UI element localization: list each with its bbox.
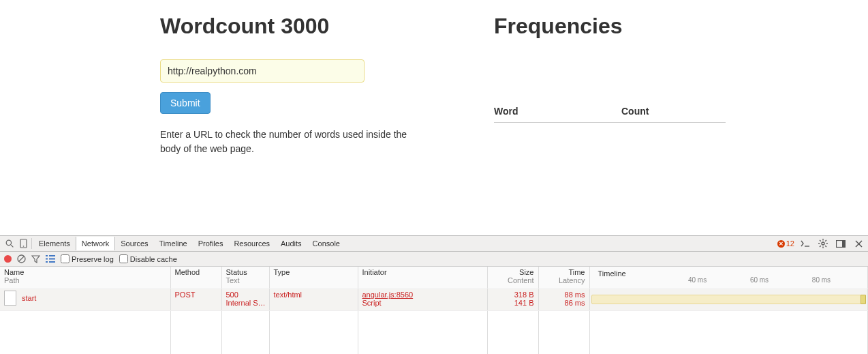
clear-icon[interactable] bbox=[17, 254, 26, 263]
list-view-icon[interactable] bbox=[46, 255, 55, 263]
tab-timeline[interactable]: Timeline bbox=[154, 237, 193, 250]
svg-rect-24 bbox=[46, 261, 48, 263]
col-size[interactable]: SizeContent bbox=[487, 267, 538, 289]
col-count: Count bbox=[621, 100, 726, 123]
svg-line-11 bbox=[825, 246, 826, 247]
error-icon: ✕ bbox=[777, 240, 785, 248]
svg-rect-15 bbox=[842, 240, 846, 247]
help-text: Enter a URL to check the number of words… bbox=[160, 128, 419, 156]
cell-initiator[interactable]: angular.js:8560Script bbox=[358, 289, 487, 311]
preserve-log-checkbox[interactable]: Preserve log bbox=[61, 254, 114, 263]
tab-profiles[interactable]: Profiles bbox=[193, 237, 229, 250]
table-row[interactable]: start POST 500Internal S… text/html angu… bbox=[0, 289, 868, 311]
preserve-log-input[interactable] bbox=[61, 254, 69, 263]
col-type[interactable]: Type bbox=[269, 267, 358, 289]
tab-audits[interactable]: Audits bbox=[275, 237, 307, 250]
disable-cache-input[interactable] bbox=[119, 254, 128, 263]
error-count-value: 12 bbox=[786, 239, 794, 248]
search-icon[interactable] bbox=[3, 239, 16, 248]
col-method[interactable]: Method bbox=[170, 267, 221, 289]
disable-cache-label: Disable cache bbox=[130, 255, 177, 263]
devtools-panel: Elements Network Sources Timeline Profil… bbox=[0, 235, 868, 354]
frequencies-table: Word Count bbox=[494, 100, 726, 123]
svg-line-10 bbox=[820, 240, 821, 241]
device-icon[interactable] bbox=[16, 239, 30, 248]
tab-network[interactable]: Network bbox=[76, 237, 115, 250]
svg-rect-21 bbox=[49, 255, 55, 256]
cell-timeline bbox=[589, 289, 868, 311]
cell-size: 318 B141 B bbox=[487, 289, 538, 311]
console-drawer-icon[interactable] bbox=[799, 239, 812, 248]
svg-line-13 bbox=[820, 246, 821, 247]
svg-rect-22 bbox=[46, 259, 48, 260]
request-name: start bbox=[22, 294, 36, 302]
file-icon bbox=[4, 291, 16, 306]
svg-point-0 bbox=[6, 240, 11, 245]
col-timeline[interactable]: Timeline 40 ms 60 ms 80 ms bbox=[589, 267, 868, 289]
col-time[interactable]: TimeLatency bbox=[538, 267, 589, 289]
preserve-log-label: Preserve log bbox=[72, 255, 114, 263]
tick-60: 60 ms bbox=[750, 276, 769, 284]
frequencies-title: Frequencies bbox=[494, 14, 841, 39]
network-table: NamePath Method StatusText Type Initiato… bbox=[0, 267, 868, 354]
submit-button[interactable]: Submit bbox=[160, 92, 211, 114]
tab-elements[interactable]: Elements bbox=[33, 237, 76, 250]
cell-method: POST bbox=[170, 289, 221, 311]
tab-console[interactable]: Console bbox=[307, 237, 345, 250]
tick-80: 80 ms bbox=[812, 276, 831, 284]
cell-status: 500Internal S… bbox=[221, 289, 269, 311]
col-word: Word bbox=[494, 100, 621, 123]
close-icon[interactable] bbox=[852, 240, 865, 248]
col-initiator[interactable]: Initiator bbox=[358, 267, 487, 289]
filter-icon[interactable] bbox=[31, 255, 40, 263]
disable-cache-checkbox[interactable]: Disable cache bbox=[119, 254, 177, 263]
error-count-badge[interactable]: ✕ 12 bbox=[777, 239, 794, 248]
dock-icon[interactable] bbox=[834, 240, 848, 248]
tab-sources[interactable]: Sources bbox=[115, 237, 153, 250]
svg-line-12 bbox=[825, 240, 826, 241]
gear-icon[interactable] bbox=[816, 239, 830, 248]
col-status[interactable]: StatusText bbox=[221, 267, 269, 289]
svg-rect-25 bbox=[49, 261, 55, 263]
svg-line-1 bbox=[11, 245, 13, 247]
svg-point-3 bbox=[22, 246, 24, 247]
cell-time: 88 ms86 ms bbox=[538, 289, 589, 311]
svg-rect-23 bbox=[49, 259, 55, 260]
svg-line-19 bbox=[19, 256, 24, 261]
url-input[interactable] bbox=[160, 59, 365, 83]
table-row-empty bbox=[0, 311, 868, 355]
record-icon[interactable] bbox=[4, 255, 12, 263]
tab-resources[interactable]: Resources bbox=[228, 237, 275, 250]
page-title: Wordcount 3000 bbox=[160, 14, 494, 39]
cell-type: text/html bbox=[269, 289, 358, 311]
col-name[interactable]: NamePath bbox=[0, 267, 170, 289]
svg-point-5 bbox=[822, 242, 824, 245]
svg-rect-20 bbox=[46, 255, 48, 256]
tick-40: 40 ms bbox=[688, 276, 707, 284]
